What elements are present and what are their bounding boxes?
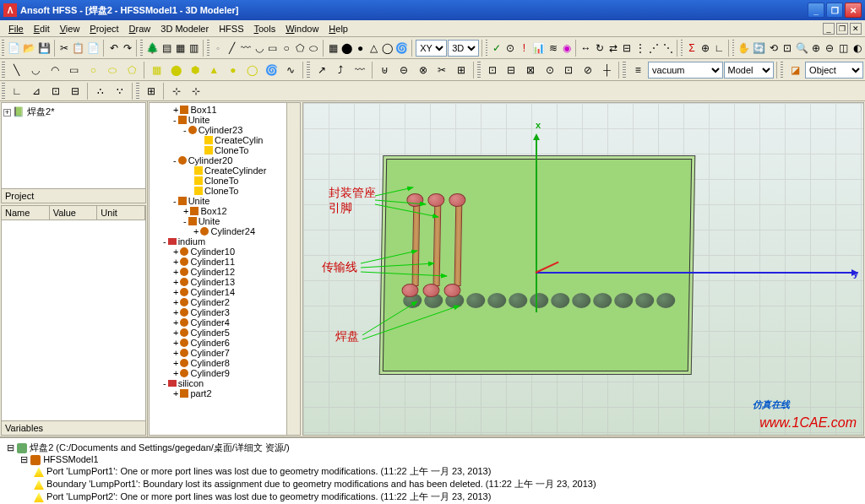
message-model[interactable]: ⊟ HFSSModel1 [7,454,858,465]
open-button[interactable]: 📂 [22,39,36,57]
cylinder-button[interactable]: ⬤ [340,39,353,57]
rect-button[interactable]: ▭ [266,39,279,57]
bond-tool[interactable]: ∿ [281,61,300,79]
spline-button[interactable]: 〰 [239,39,252,57]
sigma-button[interactable]: Σ [685,39,698,57]
toolbar-grip[interactable] [486,40,488,57]
arc-center-tool[interactable]: ◠ [46,61,64,79]
move-button[interactable]: ↔ [579,39,592,57]
model-tree-item[interactable]: + Cylinder24 [151,226,298,236]
menu-edit[interactable]: Edit [29,23,55,35]
tree-expand-icon[interactable]: + [173,348,178,358]
tree-expand-icon[interactable]: + [173,105,178,115]
poly3d-tool[interactable]: ⬢ [186,61,204,79]
model-tree-item[interactable]: CloneTo [151,145,298,155]
tree-expand-icon[interactable]: + [173,287,178,297]
model-tree-item[interactable]: - Cylinder23 [151,125,298,135]
tree-expand-icon[interactable]: + [173,297,178,307]
model-tree-item[interactable]: CloneTo [151,186,298,196]
circle2-tool[interactable]: ○ [84,61,103,79]
cyl2-tool[interactable]: ⬤ [166,61,185,79]
dup-line-button[interactable]: ⋮ [634,39,647,57]
model-tree-item[interactable]: - Unite [151,115,298,125]
intersect-button[interactable]: ⊗ [414,61,432,79]
grid-button[interactable]: ⊞ [142,82,160,100]
tree-expand-icon[interactable]: - [163,236,166,247]
tree-expand-icon[interactable]: - [183,125,187,135]
maximize-button[interactable]: ❐ [826,3,843,18]
model-tree-item[interactable]: + Cylinder11 [151,257,298,267]
snap-off[interactable]: ⊘ [579,61,597,79]
snap-face[interactable]: ⊠ [521,61,540,79]
tree-expand-icon[interactable]: - [173,155,177,165]
polygon-button[interactable]: ⬠ [294,39,307,57]
tree-expand-icon[interactable]: + [193,226,199,236]
snap6[interactable]: ∵ [111,82,129,100]
tree-expand-icon[interactable]: - [163,378,166,388]
tree-expand-icon[interactable]: + [183,206,188,216]
zoom-out-button[interactable]: ⊖ [824,39,836,57]
menu-file[interactable]: File [3,23,29,35]
polygon2-tool[interactable]: ⬠ [122,61,141,79]
snap1[interactable]: ∟ [8,82,26,100]
model-tree-item[interactable]: + Cylinder4 [151,317,298,328]
tree-expand-icon[interactable]: + [173,277,178,287]
material-select[interactable]: vacuum [648,62,723,79]
tree-expand-icon[interactable]: + [173,267,178,277]
menu-hfss[interactable]: HFSS [214,23,248,35]
cut-button[interactable]: ✂ [57,39,70,57]
snap-axis[interactable]: ┼ [598,61,617,79]
pcb-board[interactable] [379,155,696,375]
pan-button[interactable]: ✋ [737,39,751,57]
snap-edge[interactable]: ⊟ [503,61,521,79]
mdi-close-button[interactable]: ✕ [850,23,862,35]
tree-expand-icon[interactable]: + [173,257,178,267]
project-tree-item[interactable]: +📗 焊盘2* [3,105,144,119]
model-tree-item[interactable]: + Cylinder2 [151,297,298,307]
toolbar-grip[interactable] [2,62,5,79]
menu-3d-modeler[interactable]: 3D Modeler [155,23,214,35]
zoom-in-button[interactable]: 🔍 [795,39,809,57]
rotate-button[interactable]: 🔄 [752,39,766,57]
cs-plane-select[interactable]: XY [416,40,447,57]
menu-help[interactable]: Help [324,23,353,35]
arc-button[interactable]: ◡ [253,39,265,57]
model-tree-panel[interactable]: + Box11- Unite- Cylinder23 CreateCylin C… [149,102,301,436]
origin-button[interactable]: ⊕ [699,39,712,57]
line-tool[interactable]: ╲ [8,61,26,79]
dup-angle-button[interactable]: ⋰ [648,39,661,57]
circuit-button[interactable]: ⊙ [504,39,517,57]
cascade-button[interactable]: ▦ [174,39,187,57]
undo-button[interactable]: ↶ [107,39,120,57]
cone-button[interactable]: △ [367,39,380,57]
snapy[interactable]: ⊹ [187,82,205,100]
toolbar-grip[interactable] [2,40,4,57]
snap3[interactable]: ⊡ [46,82,65,100]
tree-expand-icon[interactable]: + [173,307,178,317]
zoom-window-button[interactable]: ◫ [837,39,850,57]
model-tree-item[interactable]: + Cylinder9 [151,368,298,378]
view-mode-select[interactable]: 3D [448,40,479,57]
unite-button[interactable]: ⊎ [376,61,394,79]
menu-draw[interactable]: Draw [124,23,156,35]
tree-expand-icon[interactable]: + [173,358,178,368]
model-tree-item[interactable]: CreateCylinder [151,165,298,176]
torus-button[interactable]: ◯ [381,39,394,57]
light-button[interactable]: ◐ [851,39,863,57]
ellipse2-tool[interactable]: ⬭ [103,61,122,79]
toolbar-grip[interactable] [781,62,784,79]
torus2-tool[interactable]: ◯ [243,61,262,79]
chart-button[interactable]: 📊 [531,39,546,57]
tree-expand-icon[interactable]: + [173,317,178,328]
tile-button[interactable]: ▥ [188,39,200,57]
tree-expand-icon[interactable]: - [183,216,187,226]
model-tree-item[interactable]: + Cylinder14 [151,287,298,297]
model-tree-item[interactable]: - Unite [151,216,298,226]
model-tree-item[interactable]: - Cylinder20 [151,155,298,165]
zoom-button[interactable]: ⊕ [810,39,823,57]
tree-button[interactable]: 🌲 [145,39,160,57]
rect2-tool[interactable]: ▭ [65,61,84,79]
helix2-tool[interactable]: 🌀 [262,61,280,79]
tree-expand-icon[interactable]: - [173,196,177,206]
col-value[interactable]: Value [50,206,98,219]
